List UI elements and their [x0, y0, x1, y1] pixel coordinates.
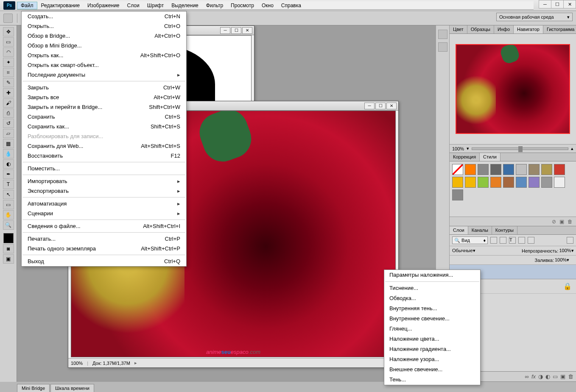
- style-swatch[interactable]: [452, 189, 463, 200]
- style-swatch[interactable]: [478, 177, 489, 188]
- heal-tool[interactable]: ✚: [3, 88, 14, 97]
- menu-help[interactable]: Справка: [277, 2, 305, 9]
- style-swatch[interactable]: [528, 164, 540, 175]
- doc1-close[interactable]: ✕: [242, 27, 252, 34]
- history-brush-tool[interactable]: ↺: [3, 119, 14, 128]
- delete-layer-icon[interactable]: 🗑: [568, 373, 573, 380]
- file-menu-item[interactable]: ЗакрытьCtrl+W: [22, 83, 186, 92]
- style-swatch[interactable]: [554, 164, 565, 175]
- type-tool[interactable]: T: [3, 180, 14, 189]
- file-menu-item[interactable]: ВосстановитьF12: [22, 151, 186, 161]
- group-icon[interactable]: ▭: [553, 373, 558, 380]
- filter-pixel-icon[interactable]: [490, 237, 497, 244]
- filter-adjust-icon[interactable]: [500, 237, 506, 244]
- filter-toggle-icon[interactable]: [567, 237, 573, 244]
- style-swatch[interactable]: [541, 177, 552, 188]
- lasso-tool[interactable]: ◠: [3, 47, 14, 57]
- file-menu-item[interactable]: Обзор в Bridge...Alt+Ctrl+O: [22, 31, 186, 41]
- tab-mini-bridge[interactable]: Mini Bridge: [17, 384, 50, 392]
- pen-tool[interactable]: ✒: [3, 170, 14, 179]
- tab-swatches[interactable]: Образцы: [467, 25, 494, 33]
- zoom-out-icon[interactable]: ▾: [467, 146, 469, 151]
- navigator-body[interactable]: [450, 34, 576, 144]
- menu-edit[interactable]: Редактирование: [37, 2, 84, 9]
- style-swatch[interactable]: [503, 177, 514, 188]
- file-menu-item[interactable]: Последние документы▸: [22, 70, 186, 80]
- move-tool-icon[interactable]: [3, 14, 13, 23]
- gradient-tool[interactable]: ▦: [3, 139, 14, 148]
- filter-type-icon[interactable]: T: [509, 237, 516, 244]
- style-swatch[interactable]: [554, 177, 565, 188]
- blend-mode-dropdown[interactable]: Обычные▾: [452, 248, 520, 253]
- file-menu-item[interactable]: Сведения о файле...Alt+Shift+Ctrl+I: [22, 221, 186, 231]
- file-menu-item[interactable]: Импортировать▸: [22, 176, 186, 186]
- blur-tool[interactable]: 💧: [3, 149, 14, 158]
- eraser-tool[interactable]: ▱: [3, 129, 14, 138]
- foreground-color[interactable]: [3, 233, 14, 243]
- navigator-zoom-value[interactable]: 100%: [452, 146, 464, 151]
- fx-menu-item[interactable]: Параметры наложения...: [384, 270, 480, 280]
- fx-menu-item[interactable]: Обводка...: [384, 293, 480, 303]
- doc1-minimize[interactable]: ─: [220, 27, 230, 34]
- slider-thumb[interactable]: [518, 146, 523, 152]
- close-button[interactable]: ✕: [563, 0, 576, 8]
- fx-menu-item[interactable]: Наложение цвета...: [384, 334, 480, 344]
- file-menu-item[interactable]: Автоматизация▸: [22, 199, 186, 209]
- menu-window[interactable]: Окно: [258, 2, 277, 9]
- fx-menu-item[interactable]: Внутренняя тень...: [384, 303, 480, 314]
- style-swatch[interactable]: [528, 177, 540, 188]
- fx-menu-item[interactable]: Наложение узора...: [384, 354, 480, 364]
- style-swatch[interactable]: [503, 164, 514, 175]
- tab-color[interactable]: Цвет: [450, 25, 467, 33]
- doc2-close[interactable]: ✕: [386, 103, 397, 109]
- fx-icon[interactable]: fx: [531, 373, 536, 380]
- style-swatch[interactable]: [478, 164, 489, 175]
- stamp-tool[interactable]: ⎙: [3, 108, 14, 118]
- file-menu-item[interactable]: Создать...Ctrl+N: [22, 11, 186, 21]
- file-menu-item[interactable]: Экспортировать▸: [22, 186, 186, 196]
- fx-menu-item[interactable]: Внутреннее свечение...: [384, 314, 480, 324]
- file-menu-item[interactable]: Поместить...: [22, 164, 186, 173]
- delete-style-icon[interactable]: 🗑: [568, 219, 573, 225]
- style-swatch[interactable]: [490, 177, 501, 188]
- doc1-maximize[interactable]: ☐: [231, 27, 241, 34]
- file-menu-item[interactable]: Обзор в Mini Bridge...: [22, 41, 186, 50]
- tab-channels[interactable]: Каналы: [468, 226, 492, 234]
- no-style-icon[interactable]: ⊘: [552, 219, 556, 225]
- shape-tool[interactable]: ▭: [3, 200, 14, 209]
- file-menu-item[interactable]: Печать одного экземпляраAlt+Shift+Ctrl+P: [22, 244, 186, 253]
- tab-adjustments[interactable]: Коррекция: [450, 153, 480, 161]
- screen-mode-tool[interactable]: ▣: [3, 254, 14, 264]
- zoom-in-icon[interactable]: ▴: [571, 146, 573, 151]
- file-menu-item[interactable]: СохранитьCtrl+S: [22, 112, 186, 122]
- navigator-zoom-slider[interactable]: [472, 147, 568, 150]
- marquee-tool[interactable]: ▭: [3, 37, 14, 47]
- style-swatch[interactable]: [452, 164, 463, 175]
- layer-filter-dropdown[interactable]: 🔍 Вид♦: [452, 236, 488, 244]
- file-menu-item[interactable]: Закрыть всеAlt+Ctrl+W: [22, 92, 186, 102]
- tab-timeline[interactable]: Шкала времени: [50, 384, 94, 392]
- link-layers-icon[interactable]: ∞: [525, 373, 529, 380]
- opacity-input[interactable]: 100%▾: [559, 248, 576, 253]
- filter-smart-icon[interactable]: [528, 237, 534, 244]
- menu-layers[interactable]: Слои: [123, 2, 143, 9]
- new-layer-icon[interactable]: ▣: [560, 373, 565, 380]
- tab-navigator[interactable]: Навигатор: [514, 25, 543, 33]
- crop-tool[interactable]: ⌗: [3, 68, 14, 77]
- brush-tool[interactable]: 🖌: [3, 98, 14, 108]
- file-menu-item[interactable]: Сохранить для Web...Alt+Shift+Ctrl+S: [22, 141, 186, 151]
- doc2-maximize[interactable]: ☐: [375, 103, 386, 109]
- menu-select[interactable]: Выделение: [168, 2, 202, 9]
- navigator-thumbnail[interactable]: [456, 44, 570, 134]
- style-swatch[interactable]: [490, 164, 501, 175]
- quickmask-tool[interactable]: ◙: [3, 244, 14, 253]
- workspace-selector[interactable]: Основная рабочая среда ▾: [496, 13, 573, 21]
- style-swatch[interactable]: [516, 164, 527, 175]
- menu-image[interactable]: Изображение: [84, 2, 123, 9]
- new-style-icon[interactable]: ▣: [559, 219, 564, 225]
- hand-tool[interactable]: ✋: [3, 210, 14, 220]
- collapsed-panel-icon[interactable]: [438, 30, 447, 39]
- file-menu-item[interactable]: Сохранить как...Shift+Ctrl+S: [22, 122, 186, 131]
- file-menu-item[interactable]: Сценарии▸: [22, 209, 186, 218]
- fx-menu-item[interactable]: Внешнее свечение...: [384, 364, 480, 375]
